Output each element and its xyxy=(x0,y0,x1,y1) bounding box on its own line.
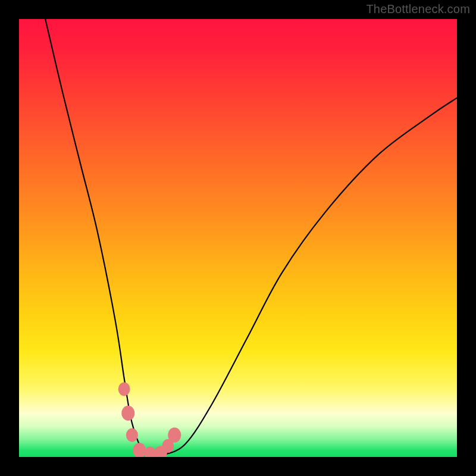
watermark-text: TheBottleneck.com xyxy=(366,2,470,16)
curve-path xyxy=(45,19,457,456)
marker-group xyxy=(118,382,181,457)
plot-area xyxy=(19,19,457,457)
bottleneck-curve xyxy=(19,19,457,457)
curve-marker xyxy=(168,428,181,443)
curve-marker xyxy=(133,443,146,457)
curve-marker xyxy=(118,382,130,396)
curve-marker xyxy=(121,406,134,421)
curve-marker xyxy=(126,428,138,442)
chart-frame: TheBottleneck.com xyxy=(0,0,476,476)
